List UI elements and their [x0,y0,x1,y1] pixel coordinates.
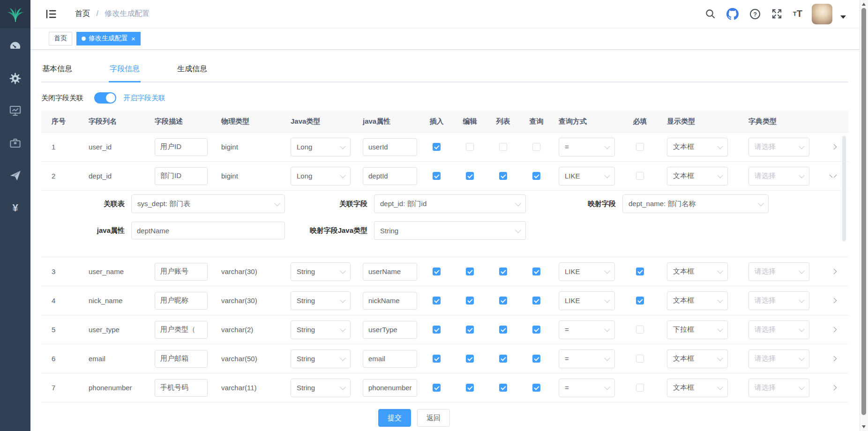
query-type-select[interactable]: = [559,320,615,339]
query-type-select[interactable]: = [559,379,615,397]
list-checkbox[interactable] [499,143,507,151]
list-checkbox[interactable] [499,297,507,305]
desc-input[interactable] [155,350,208,368]
insert-checkbox[interactable] [433,172,441,180]
display-type-select[interactable]: 文本框 [667,167,728,186]
display-type-select[interactable]: 文本框 [667,349,728,368]
sidebar-item-settings[interactable] [0,62,30,95]
tag-home[interactable]: 首页 [49,32,72,45]
required-checkbox[interactable] [636,172,644,180]
sidebar-toggle-icon[interactable] [46,9,56,19]
sidebar-item-toolbox[interactable] [0,127,30,159]
chevron-down-icon[interactable] [840,15,846,19]
desc-input[interactable] [155,379,208,397]
desc-input[interactable] [155,138,208,156]
java-type-select[interactable]: String [291,291,351,310]
dict-type-select[interactable]: 请选择 [748,291,809,310]
map-java-type-select[interactable]: String [374,221,526,240]
user-avatar[interactable] [812,4,832,24]
breadcrumb-home[interactable]: 首页 [75,9,90,17]
list-checkbox[interactable] [499,326,507,334]
java-type-select[interactable]: String [291,262,351,281]
edit-checkbox[interactable] [466,268,474,275]
required-checkbox[interactable] [636,326,644,334]
java-type-select[interactable]: String [291,379,351,397]
required-checkbox[interactable] [636,297,644,305]
expand-row-icon[interactable] [830,356,837,361]
query-checkbox[interactable] [532,326,540,334]
desc-input[interactable] [155,263,208,281]
scrollbar-up-arrow-icon[interactable] [862,3,866,6]
page-scrollbar[interactable] [860,0,868,431]
java-type-select[interactable]: Long [291,167,351,186]
tab-field-info[interactable]: 字段信息 [109,59,141,82]
query-checkbox[interactable] [532,297,540,305]
back-button[interactable]: 返回 [417,409,450,427]
desc-input[interactable] [155,167,208,185]
java-attr-input[interactable] [131,222,285,239]
query-checkbox[interactable] [532,143,540,151]
table-scrollbar-thumb[interactable] [842,136,846,241]
desc-input[interactable] [155,292,208,310]
list-checkbox[interactable] [499,384,507,392]
java-field-input[interactable] [363,379,417,397]
edit-checkbox[interactable] [466,326,474,334]
required-checkbox[interactable] [636,384,644,392]
scrollbar-down-arrow-icon[interactable] [862,425,866,428]
list-checkbox[interactable] [499,172,507,180]
close-icon[interactable]: × [131,35,135,42]
edit-checkbox[interactable] [466,297,474,305]
association-toggle[interactable] [94,92,116,104]
collapse-row-icon[interactable] [830,174,837,178]
insert-checkbox[interactable] [433,384,441,392]
font-size-icon[interactable] [793,8,802,19]
sidebar-item-dashboard[interactable] [0,30,30,62]
query-type-select[interactable]: = [559,349,615,368]
rel-table-select[interactable]: sys_dept: 部门表 [131,194,285,213]
fullscreen-icon[interactable] [771,8,782,19]
java-field-input[interactable] [363,263,417,281]
display-type-select[interactable]: 下拉框 [667,320,728,339]
tab-generate-info[interactable]: 生成信息 [176,59,208,82]
query-checkbox[interactable] [532,172,540,180]
desc-input[interactable] [155,321,208,339]
scrollbar-thumb[interactable] [861,8,866,415]
java-field-input[interactable] [363,138,417,156]
rel-field-select[interactable]: dept_id: 部门id [374,194,526,213]
submit-button[interactable]: 提交 [378,409,411,427]
sidebar-item-monitor[interactable] [0,95,30,127]
insert-checkbox[interactable] [433,355,441,363]
sidebar-item-send[interactable] [0,159,30,192]
insert-checkbox[interactable] [433,268,441,275]
java-type-select[interactable]: Long [291,138,351,156]
display-type-select[interactable]: 文本框 [667,379,728,397]
edit-checkbox[interactable] [466,384,474,392]
insert-checkbox[interactable] [433,297,441,305]
required-checkbox[interactable] [636,268,644,275]
display-type-select[interactable]: 文本框 [667,262,728,281]
query-checkbox[interactable] [532,384,540,392]
expand-row-icon[interactable] [830,385,837,390]
display-type-select[interactable]: 文本框 [667,138,728,156]
expand-row-icon[interactable] [830,327,837,332]
edit-checkbox[interactable] [466,143,474,151]
dict-type-select[interactable]: 请选择 [748,262,809,281]
required-checkbox[interactable] [636,143,644,151]
dict-type-select[interactable]: 请选择 [748,138,809,156]
required-checkbox[interactable] [636,355,644,363]
edit-checkbox[interactable] [466,172,474,180]
java-type-select[interactable]: String [291,320,351,339]
query-checkbox[interactable] [532,355,540,363]
java-field-input[interactable] [363,321,417,339]
expand-row-icon[interactable] [830,269,837,274]
dict-type-select[interactable]: 请选择 [748,167,809,186]
dict-type-select[interactable]: 请选择 [748,320,809,339]
sidebar-item-money[interactable]: ¥ [0,192,30,224]
dict-type-select[interactable]: 请选择 [748,379,809,397]
github-icon[interactable] [726,8,739,20]
java-field-input[interactable] [363,350,417,368]
query-type-select[interactable]: LIKE [559,262,615,281]
query-type-select[interactable]: = [559,138,615,156]
list-checkbox[interactable] [499,268,507,275]
query-type-select[interactable]: LIKE [559,291,615,310]
